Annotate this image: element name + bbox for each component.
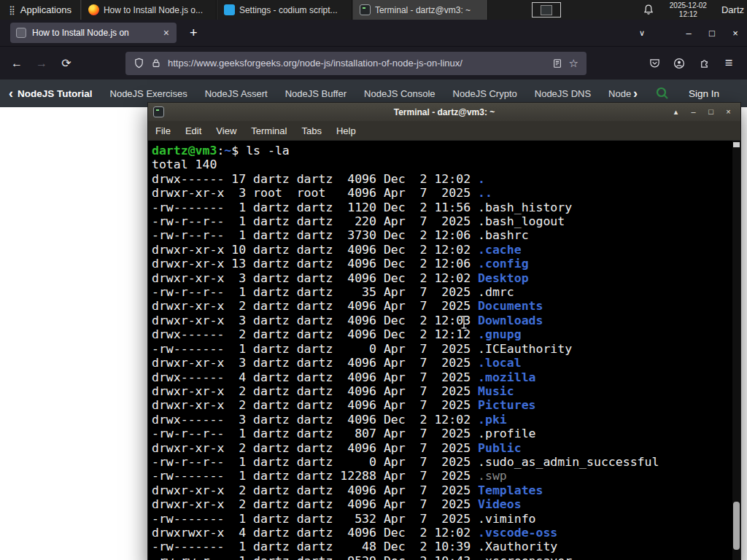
browser-window-controls: – □ ×	[677, 20, 747, 46]
notifications-button[interactable]	[633, 0, 664, 20]
terminal-file-row: -rw------- 1 dartz dartz 48 Dec 2 10:39 …	[152, 540, 730, 553]
terminal-file-row: drwxr-xr-x 2 dartz dartz 4096 Apr 7 2025…	[152, 483, 730, 497]
terminal-menu-help[interactable]: Help	[329, 125, 363, 136]
terminal-menu-view[interactable]: View	[209, 125, 244, 136]
tracking-shield-icon[interactable]	[133, 58, 144, 69]
terminal-file-row: -rw------- 1 dartz dartz 12288 Apr 7 202…	[152, 469, 730, 483]
terminal-window-title: Terminal - dartz@vm3: ~	[148, 107, 740, 117]
terminal-total-line: total 140	[152, 158, 730, 171]
site-nav-forward-chevron-icon[interactable]: ›	[633, 86, 638, 101]
clock-date: 2025-12-02	[670, 1, 707, 10]
terminal-output: dartz@vm3:~$ ls -latotal 140drwx------ 1…	[148, 141, 740, 560]
applications-menu-button[interactable]: ⣿ Applications	[0, 0, 81, 20]
reader-mode-icon[interactable]	[552, 58, 562, 69]
terminal-prompt-line: dartz@vm3:~$ ls -la	[152, 144, 730, 158]
terminal-title-bar[interactable]: Terminal - dartz@vm3: ~ ▴ – □ ×	[148, 103, 740, 121]
terminal-close-button[interactable]: ×	[721, 107, 736, 117]
terminal-rollup-button[interactable]: ▴	[668, 107, 684, 117]
taskbar-window-firefox[interactable]: How to Install Node.js o...	[81, 0, 217, 20]
terminal-file-row: -rw------- 1 dartz dartz 532 Apr 7 2025 …	[152, 512, 730, 526]
browser-minimize-button[interactable]: –	[677, 20, 700, 46]
terminal-file-row: drwxr-xr-x 2 dartz dartz 4096 Apr 7 2025…	[152, 497, 730, 511]
terminal-menu-terminal[interactable]: Terminal	[244, 125, 294, 136]
terminal-body[interactable]: dartz@vm3:~$ ls -latotal 140drwx------ 1…	[148, 141, 740, 560]
terminal-file-row: drwxr-xr-x 2 dartz dartz 4096 Apr 7 2025…	[152, 299, 730, 313]
search-icon	[655, 86, 670, 101]
taskbar: ⣿ Applications How to Install Node.js o.…	[0, 0, 747, 20]
menu-hamburger-icon[interactable]: ≡	[716, 52, 741, 75]
terminal-maximize-button[interactable]: □	[703, 107, 719, 117]
applications-icon: ⣿	[9, 5, 15, 15]
browser-maximize-button[interactable]: □	[700, 20, 724, 46]
terminal-menu-edit[interactable]: Edit	[178, 125, 209, 136]
applications-label: Applications	[20, 4, 71, 15]
terminal-file-row: -rw-rw-r-- 1 dartz dartz 9529 Dec 2 10:4…	[152, 554, 730, 560]
list-all-tabs-icon[interactable]: ∨	[629, 28, 655, 38]
terminal-scrollbar-thumb[interactable]	[733, 502, 740, 550]
terminal-file-row: -rw-r--r-- 1 dartz dartz 35 Apr 7 2025 .…	[152, 285, 730, 299]
site-search-button[interactable]	[655, 86, 670, 101]
terminal-file-row: drwx------ 4 dartz dartz 4096 Apr 7 2025…	[152, 370, 730, 384]
terminal-file-row: drwxr-xr-x 13 dartz dartz 4096 Dec 2 12:…	[152, 257, 730, 271]
codium-icon	[224, 4, 235, 15]
terminal-minimize-button[interactable]: –	[686, 107, 701, 117]
site-nav-item-2[interactable]: NodeJS Buffer	[285, 88, 347, 99]
taskbar-windows: How to Install Node.js o...Settings - co…	[81, 0, 488, 20]
reload-button[interactable]: ⟳	[54, 52, 79, 75]
terminal-file-row: -rw------- 1 dartz dartz 0 Apr 7 2025 .I…	[152, 342, 730, 356]
terminal-app-icon	[153, 106, 164, 117]
clock-widget[interactable]: 2025-12-02 12:12	[664, 0, 713, 20]
new-tab-button[interactable]: +	[184, 26, 204, 41]
workspace-pager[interactable]	[532, 2, 561, 18]
forward-button[interactable]: →	[29, 52, 54, 75]
url-input[interactable]: https://www.geeksforgeeks.org/node-js/in…	[168, 58, 546, 69]
taskbar-window-codium[interactable]: Settings - codium script...	[217, 0, 352, 20]
lock-icon[interactable]	[151, 58, 161, 69]
taskbar-window-terminal[interactable]: Terminal - dartz@vm3: ~	[352, 0, 488, 20]
browser-close-button[interactable]: ×	[724, 20, 747, 46]
tab-close-icon[interactable]: ×	[162, 27, 171, 39]
url-bar[interactable]: https://www.geeksforgeeks.org/node-js/in…	[125, 52, 587, 75]
site-nav-item-4[interactable]: NodeJS Crypto	[453, 88, 517, 99]
mouse-cursor	[460, 316, 468, 329]
terminal-scrollbar-top	[733, 142, 740, 147]
screen: ⣿ Applications How to Install Node.js o.…	[0, 0, 747, 560]
terminal-file-row: drwx------ 17 dartz dartz 4096 Dec 2 12:…	[152, 172, 730, 186]
account-icon[interactable]	[667, 52, 692, 75]
browser-tab-bar: How to Install Node.js on × + ∨ – □ ×	[0, 20, 747, 46]
site-nav-item-1[interactable]: NodeJS Assert	[205, 88, 268, 99]
terminal-scrollbar[interactable]	[732, 141, 740, 560]
site-nav-active-item[interactable]: NodeJS Tutorial	[18, 88, 93, 99]
site-nav-item-3[interactable]: NodeJS Console	[364, 88, 436, 99]
terminal-file-row: drwx------ 2 dartz dartz 4096 Dec 2 12:1…	[152, 327, 730, 341]
sign-in-button[interactable]: Sign In	[689, 88, 719, 99]
site-nav-back-chevron-icon[interactable]: ‹	[9, 86, 13, 101]
site-nav-item-0[interactable]: NodeJS Exercises	[110, 88, 187, 99]
terminal-file-row: drwxr-xr-x 2 dartz dartz 4096 Apr 7 2025…	[152, 441, 730, 455]
browser-tab[interactable]: How to Install Node.js on ×	[10, 23, 177, 43]
terminal-menu-tabs[interactable]: Tabs	[294, 125, 328, 136]
pocket-icon[interactable]	[642, 52, 667, 75]
terminal-file-row: -rw-r--r-- 1 dartz dartz 807 Apr 7 2025 …	[152, 427, 730, 440]
site-nav-items: NodeJS ExercisesNodeJS AssertNodeJS Buff…	[110, 88, 632, 99]
user-label: Dartz	[721, 4, 744, 15]
user-menu[interactable]: Dartz	[713, 0, 747, 20]
terminal-file-row: -rw-r--r-- 1 dartz dartz 220 Apr 7 2025 …	[152, 214, 730, 228]
terminal-file-row: -rw------- 1 dartz dartz 1120 Dec 2 11:5…	[152, 201, 730, 214]
back-button[interactable]: ←	[4, 52, 29, 75]
terminal-file-row: drwxr-xr-x 2 dartz dartz 4096 Apr 7 2025…	[152, 398, 730, 412]
terminal-file-row: drwxr-xr-x 10 dartz dartz 4096 Dec 2 12:…	[152, 243, 730, 257]
terminal-icon	[360, 4, 371, 15]
terminal-file-row: drwxr-xr-x 3 dartz dartz 4096 Dec 2 12:0…	[152, 271, 730, 285]
terminal-menu-file[interactable]: File	[148, 125, 178, 136]
tab-bar-right: ∨ – □ ×	[629, 20, 747, 46]
terminal-menu-bar: FileEditViewTerminalTabsHelp	[148, 121, 740, 141]
bookmark-star-icon[interactable]: ☆	[569, 57, 578, 70]
taskbar-window-title: How to Install Node.js o...	[104, 5, 203, 15]
taskbar-window-title: Terminal - dartz@vm3: ~	[375, 5, 471, 15]
site-nav-item-5[interactable]: NodeJS DNS	[535, 88, 591, 99]
site-nav-item-6[interactable]: Node	[608, 88, 631, 99]
taskbar-window-title: Settings - codium script...	[239, 5, 338, 15]
extensions-icon[interactable]	[692, 52, 716, 75]
terminal-file-row: -rw-r--r-- 1 dartz dartz 0 Apr 7 2025 .s…	[152, 455, 730, 469]
